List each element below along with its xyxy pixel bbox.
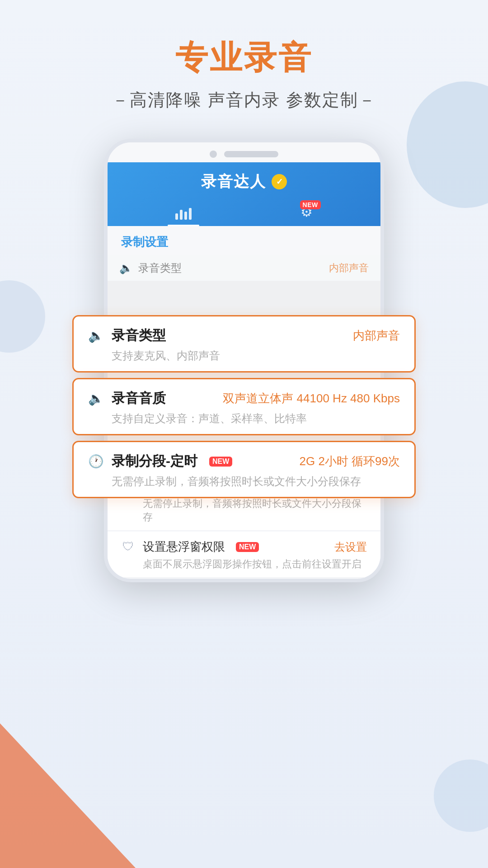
dimmed-type-value: 内部声音 (329, 261, 369, 275)
popup-segment-new: NEW (209, 457, 232, 467)
tab-settings[interactable]: ⚙ NEW (282, 199, 331, 226)
app-verified-badge (272, 174, 287, 189)
popup-cards-container: 🔈 录音类型 内部声音 支持麦克风、内部声音 🔈 录音音质 双声道立体声 441… (72, 315, 416, 504)
float-left: 🛡 设置悬浮窗权限 NEW (121, 539, 259, 555)
popup-quality-sub: 支持自定义录音：声道、采样率、比特率 (88, 411, 400, 426)
float-value: 去设置 (334, 540, 367, 554)
tab-recordings[interactable] (157, 203, 210, 226)
popup-type-sub: 支持麦克风、内部声音 (88, 349, 400, 363)
phone-wrapper: 录音达人 ⚙ NEW (104, 139, 384, 582)
float-label: 设置悬浮窗权限 (143, 539, 225, 555)
popup-quality-label: 录音音质 (112, 389, 166, 408)
notch-dot (210, 151, 217, 158)
popup-segment-left: 🕐 录制分段-定时 NEW (88, 452, 232, 471)
popup-type-label: 录音类型 (112, 326, 166, 345)
bar2 (180, 210, 183, 220)
popup-quality-value: 双声道立体声 44100 Hz 480 Kbps (223, 391, 400, 406)
sub-title: －高清降噪 声音内录 参数定制－ (112, 89, 376, 112)
bg-circle-bottom-right (434, 760, 488, 832)
bg-triangle-bottom-left (0, 723, 136, 868)
volume-icon2: 🔈 (88, 391, 103, 406)
section-title: 录制设置 (108, 226, 380, 255)
popup-type-left: 🔈 录音类型 (88, 326, 166, 345)
app-title-row: 录音达人 (121, 171, 367, 192)
popup-quality-card[interactable]: 🔈 录音音质 双声道立体声 44100 Hz 480 Kbps 支持自定义录音：… (72, 378, 416, 435)
popup-segment-sub: 无需停止录制，音频将按照时长或文件大小分段保存 (88, 474, 400, 489)
volume-icon: 🔈 (88, 328, 103, 343)
float-sub: 桌面不展示悬浮圆形操作按钮，点击前往设置开启 (121, 557, 367, 571)
bar4 (189, 208, 192, 220)
app-title: 录音达人 (201, 171, 266, 192)
popup-segment-value: 2G 2小时 循环99次 (299, 453, 400, 469)
popup-type-card[interactable]: 🔈 录音类型 内部声音 支持麦克风、内部声音 (72, 315, 416, 373)
dimmed-type-main: 🔈 录音类型 内部声音 (119, 261, 369, 275)
app-tabs: ⚙ NEW (121, 199, 367, 226)
clock-icon: 🕐 (88, 454, 103, 469)
popup-type-main: 🔈 录音类型 内部声音 (88, 326, 400, 345)
shield-icon: 🛡 (121, 540, 136, 554)
popup-segment-label: 录制分段-定时 (112, 452, 197, 471)
popup-type-value: 内部声音 (353, 328, 400, 344)
dimmed-type-left: 🔈 录音类型 (119, 261, 182, 275)
popup-quality-main: 🔈 录音音质 双声道立体声 44100 Hz 480 Kbps (88, 389, 400, 408)
dimmed-type-label: 录音类型 (138, 261, 182, 275)
phone-notch (108, 142, 380, 162)
main-title: 专业录音 (175, 36, 313, 80)
dimmed-type-row: 🔈 录音类型 内部声音 (108, 255, 380, 281)
settings-icon-wrap: ⚙ NEW (300, 204, 313, 220)
page-content: 专业录音 －高清降噪 声音内录 参数定制－ 录音达人 (0, 0, 488, 582)
float-main: 🛡 设置悬浮窗权限 NEW 去设置 (121, 539, 367, 555)
popup-segment-main: 🕐 录制分段-定时 NEW 2G 2小时 循环99次 (88, 452, 400, 471)
bar3 (184, 212, 187, 220)
new-badge: NEW (300, 200, 321, 209)
app-header: 录音达人 ⚙ NEW (108, 162, 380, 226)
popup-segment-card[interactable]: 🕐 录制分段-定时 NEW 2G 2小时 循环99次 无需停止录制，音频将按照时… (72, 441, 416, 498)
float-row[interactable]: 🛡 设置悬浮窗权限 NEW 去设置 桌面不展示悬浮圆形操作按钮，点击前往设置开启 (108, 532, 380, 578)
volume-icon-dimmed: 🔈 (119, 262, 132, 274)
notch-bar (224, 151, 278, 157)
float-new-tag: NEW (236, 542, 259, 552)
popup-quality-left: 🔈 录音音质 (88, 389, 166, 408)
recordings-icon (175, 207, 192, 220)
bar1 (175, 213, 178, 220)
